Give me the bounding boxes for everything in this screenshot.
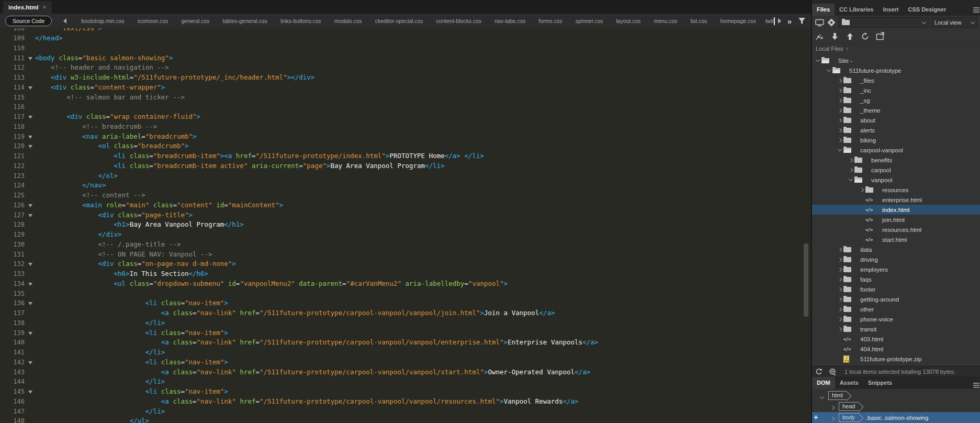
scroll-left-icon[interactable] (63, 18, 66, 24)
fold-arrow-icon[interactable] (28, 391, 32, 394)
dom-tag-pill[interactable]: html (828, 391, 847, 400)
related-file-homepage.css[interactable]: homepage.css (720, 18, 756, 24)
file-tree-item-data[interactable]: data (812, 244, 980, 254)
related-file-icomoon.css[interactable]: icomoon.css (138, 18, 168, 24)
file-tree-item-biking[interactable]: biking (812, 135, 980, 145)
fold-gutter[interactable] (25, 298, 35, 308)
source-code-button[interactable]: Source Code (5, 16, 52, 26)
file-tree-item-getting-around[interactable]: getting-around (812, 294, 980, 304)
code-line-122[interactable]: 122 <li class="breadcrumb-item active" a… (0, 161, 805, 171)
fold-gutter[interactable] (25, 210, 35, 220)
code-line-140[interactable]: 140 <a class="nav-link" href="/511future… (0, 338, 805, 348)
file-tree-item-start.html[interactable]: </>start.html (812, 235, 980, 244)
code-line-142[interactable]: 142 <li class="nav-item"> (0, 358, 805, 368)
chevron-collapsed-icon[interactable] (836, 298, 843, 301)
add-element-icon[interactable]: + (814, 413, 818, 421)
chevron-collapsed-icon[interactable] (836, 89, 843, 92)
related-file-forms.css[interactable]: forms.css (539, 18, 562, 24)
code-line-121[interactable]: 121 <li class="breadcrumb-item"><a href=… (0, 151, 805, 161)
file-tree-item-resources[interactable]: resources (812, 185, 980, 195)
file-tree-item-_files[interactable]: _files (812, 75, 980, 85)
chevron-collapsed-icon[interactable] (836, 308, 843, 311)
code-line-136[interactable]: 136 <li class="nav-item"> (0, 298, 805, 308)
related-file-content-blocks.css[interactable]: content-blocks.css (436, 18, 481, 24)
related-file-ckeditor-special.css[interactable]: ckeditor-special.css (375, 18, 423, 24)
chevron-collapsed-icon[interactable] (836, 318, 843, 321)
fold-arrow-icon[interactable] (28, 86, 32, 90)
code-line-114[interactable]: 114 <div class="content-wrapper"> (0, 83, 805, 93)
file-tree-item-index.html[interactable]: </>index.html (812, 205, 980, 215)
code-line-118[interactable]: 118 <!-- breadcrumb --> (0, 122, 805, 132)
sync-status-icon[interactable] (828, 368, 837, 376)
scroll-right-icon[interactable] (778, 18, 781, 24)
file-tree-item-Site--[interactable]: Site - (812, 55, 980, 65)
chevron-collapsed-icon[interactable] (831, 413, 834, 422)
code-line-108[interactable]: 108 "text/css"> (0, 28, 805, 34)
chevron-collapsed-icon[interactable] (836, 129, 843, 132)
chevron-expanded-icon[interactable] (836, 149, 843, 151)
refresh-icon[interactable] (860, 32, 870, 40)
code-line-143[interactable]: 143 <a class="nav-link" href="/511future… (0, 368, 805, 377)
file-tree-item-about[interactable]: about (812, 115, 980, 125)
related-file-layout.css[interactable]: layout.css (616, 18, 641, 24)
code-line-116[interactable]: 116 (0, 102, 805, 112)
fold-arrow-icon[interactable] (28, 116, 32, 119)
fold-gutter[interactable] (25, 112, 35, 122)
panel-menu-icon[interactable] (973, 381, 979, 386)
file-tree-item-employers[interactable]: employers (812, 264, 980, 274)
fold-arrow-icon[interactable] (28, 204, 32, 207)
code-line-134[interactable]: 134 <ul class="dropdown-submenu" id="van… (0, 279, 805, 289)
code-line-112[interactable]: 112 <!-- header and navigation --> (0, 63, 805, 73)
related-file-spinner.css[interactable]: spinner.css (576, 18, 603, 24)
file-tree-item-403.html[interactable]: </>403.html (812, 334, 980, 344)
chevron-expanded-icon[interactable] (820, 391, 824, 400)
code-line-145[interactable]: 145 <li class="nav-item"> (0, 387, 805, 397)
code-line-128[interactable]: 128 <h1>Bay Area Vanpool Program</h1> (0, 220, 805, 230)
code-line-141[interactable]: 141 </li> (0, 348, 805, 358)
file-tree-item-driving[interactable]: driving (812, 254, 980, 264)
file-tree-item-join.html[interactable]: </>join.html (812, 215, 980, 225)
panel-tab-files[interactable]: Files (812, 4, 835, 16)
file-tree-item-carpool[interactable]: carpool (812, 165, 980, 175)
file-tree-item-511future-prototype[interactable]: 511future-prototype (812, 65, 980, 75)
fold-gutter[interactable] (25, 53, 35, 63)
chevron-collapsed-icon[interactable] (858, 188, 865, 192)
dom-tag-pill[interactable]: body (839, 413, 859, 422)
related-file-general.css[interactable]: general.css (182, 18, 210, 24)
code-view[interactable]: 108 "text/css">109</head>110111<body cla… (0, 28, 805, 423)
file-tree-item-alerts[interactable]: alerts (812, 125, 980, 135)
fold-arrow-icon[interactable] (28, 263, 32, 266)
code-line-148[interactable]: 148 </ul> (0, 416, 805, 423)
chevron-collapsed-icon[interactable] (836, 139, 843, 142)
fold-gutter[interactable] (25, 141, 35, 151)
chevron-collapsed-icon[interactable] (836, 268, 843, 271)
site-manage-icon[interactable] (827, 18, 836, 27)
panel-tab-insert[interactable]: Insert (878, 4, 904, 16)
panel-tab-dom[interactable]: DOM (812, 377, 835, 389)
chevron-collapsed-icon[interactable] (836, 248, 843, 251)
code-line-135[interactable]: 135 (0, 289, 805, 299)
file-tree-item-other[interactable]: other (812, 304, 980, 314)
related-file-list.css[interactable]: list.css (691, 18, 707, 24)
fold-arrow-icon[interactable] (28, 136, 32, 139)
code-line-147[interactable]: 147 </li> (0, 407, 805, 417)
related-file-bootstrap.min.css[interactable]: bootstrap.min.css (81, 18, 124, 24)
file-tree-item-enterprise.html[interactable]: </>enterprise.html (812, 195, 980, 205)
chevron-collapsed-icon[interactable] (836, 99, 843, 102)
file-tree-item-carpool-vanpool[interactable]: carpool-vanpool (812, 145, 980, 155)
dom-node-html[interactable]: html (812, 390, 980, 401)
fold-arrow-icon[interactable] (28, 283, 32, 286)
fold-gutter[interactable] (25, 328, 35, 338)
dom-node-head[interactable]: head (812, 401, 980, 412)
fold-arrow-icon[interactable] (28, 145, 32, 148)
file-tree-item-phone-voice[interactable]: phone-voice (812, 314, 980, 324)
fold-gutter[interactable] (25, 279, 35, 289)
fold-gutter[interactable] (25, 83, 35, 93)
file-tree-item-_sg[interactable]: _sg (812, 95, 980, 105)
fold-arrow-icon[interactable] (28, 214, 32, 217)
file-tree-item-footer[interactable]: footer (812, 284, 980, 294)
file-tree-item-_inc[interactable]: _inc (812, 85, 980, 95)
code-line-130[interactable]: 130 <!-- /.page-title --> (0, 240, 805, 250)
fold-arrow-icon[interactable] (28, 302, 32, 305)
chevron-expanded-icon[interactable] (847, 179, 854, 181)
